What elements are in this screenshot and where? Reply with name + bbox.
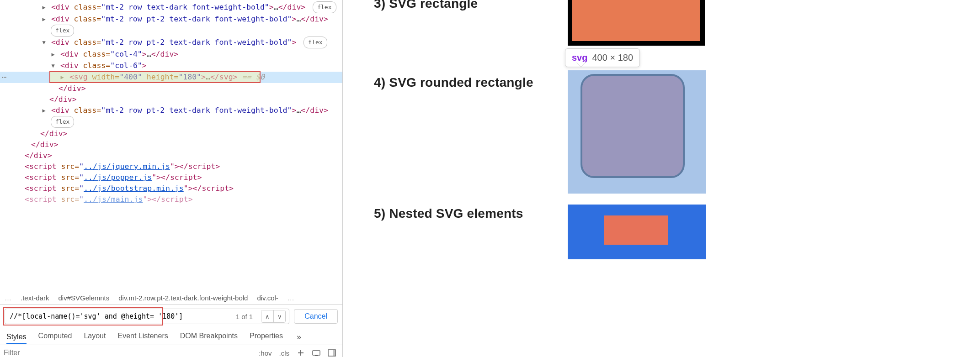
dom-node-close[interactable]: </div> [0, 94, 342, 105]
dom-node-script[interactable]: <script src="../js/main.js"></script> [0, 194, 342, 205]
flex-badge[interactable]: flex [51, 116, 74, 128]
tab-dom-breakpoints[interactable]: DOM Breakpoints [180, 332, 238, 342]
script-link[interactable]: ../js/bootstrap.min.js [84, 184, 184, 193]
tab-properties[interactable]: Properties [250, 332, 283, 342]
dom-tree[interactable]: ▶ <div class="mt-2 row text-dark font-we… [0, 0, 342, 291]
tabs-overflow-icon[interactable]: » [297, 332, 301, 342]
script-link[interactable]: ../js/main.js [84, 195, 143, 204]
dom-node-close[interactable]: </div> [0, 150, 342, 161]
element-tooltip: svg400 × 180 [565, 48, 640, 67]
tab-styles[interactable]: Styles [6, 333, 27, 344]
breadcrumb-overflow-right[interactable]: … [288, 294, 294, 302]
section-title-3: 3) SVG rectangle [374, 0, 478, 11]
svg-rect-3 [333, 350, 336, 356]
svg-rect-0 [313, 351, 320, 355]
svg-rect-1 [315, 355, 318, 356]
search-cancel-button[interactable]: Cancel [294, 309, 338, 324]
script-link[interactable]: ../js/jquery.min.js [84, 162, 170, 171]
flex-badge[interactable]: flex [313, 1, 336, 13]
devtools-panel: ▶ <div class="mt-2 row text-dark font-we… [0, 0, 343, 357]
expand-arrow-icon[interactable]: ▶ [59, 72, 65, 83]
computed-styles-icon[interactable] [312, 349, 320, 357]
styles-tabs: Styles Computed Layout Event Listeners D… [0, 328, 342, 345]
dom-node[interactable]: ▶ <div class="mt-2 row pt-2 text-dark fo… [0, 105, 342, 116]
expand-arrow-icon[interactable]: ▶ [41, 2, 47, 13]
dom-node-selected[interactable]: ⋯ ▶ <svg width="400" height="180">…</svg… [0, 72, 342, 83]
flex-badge[interactable]: flex [51, 25, 74, 37]
dom-node[interactable]: ▶ <div class="mt-2 row text-dark font-we… [0, 2, 342, 14]
styles-filter-input[interactable] [4, 349, 72, 357]
tooltip-dimensions: 400 × 180 [592, 52, 633, 63]
dom-node[interactable]: ▼ <div class="col-6"> [0, 60, 342, 72]
styles-toolbar: :hov .cls [0, 345, 342, 357]
collapse-arrow-icon[interactable]: ▼ [41, 37, 47, 48]
dom-node-script[interactable]: <script src="../js/jquery.min.js"></scri… [0, 161, 342, 172]
section-title-4: 4) SVG rounded rectangle [374, 75, 533, 90]
dom-breadcrumb[interactable]: … .text-dark div#SVGelemnts div.mt-2.row… [0, 291, 342, 305]
toggle-sidebar-icon[interactable] [328, 349, 336, 357]
page-preview: 3) SVG rectangle svg400 × 180 4) SVG rou… [370, 0, 980, 357]
expand-arrow-icon[interactable]: ▶ [50, 49, 56, 60]
dom-node[interactable]: ▶ <div class="col-4">…</div> [0, 49, 342, 60]
breadcrumb-item[interactable]: .text-dark [21, 294, 49, 302]
dom-node-script[interactable]: <script src="../js/popper.js"></script> [0, 172, 342, 183]
new-style-rule-icon[interactable] [297, 349, 305, 357]
tab-event-listeners[interactable]: Event Listeners [117, 332, 168, 342]
search-next-button[interactable]: ∨ [273, 310, 285, 322]
dom-node[interactable]: ▶ <div class="mt-2 row pt-2 text-dark fo… [0, 14, 342, 25]
hov-toggle[interactable]: :hov [259, 349, 272, 357]
svg-rectangle-demo [568, 0, 705, 46]
expand-arrow-icon[interactable]: ▶ [41, 105, 47, 116]
collapse-arrow-icon[interactable]: ▼ [50, 60, 56, 71]
breadcrumb-overflow-left[interactable]: … [5, 294, 11, 302]
cls-toggle[interactable]: .cls [279, 349, 290, 357]
section-title-5: 5) Nested SVG elements [374, 206, 523, 221]
breadcrumb-item[interactable]: div#SVGelemnts [59, 294, 110, 302]
search-result-count: 1 of 1 [236, 313, 253, 320]
expand-arrow-icon[interactable]: ▶ [41, 14, 47, 25]
flex-badge[interactable]: flex [304, 37, 327, 48]
dom-node-close[interactable]: </div> [0, 128, 342, 139]
flex-badge-row: flex [0, 25, 342, 37]
more-actions-icon[interactable]: ⋯ [2, 72, 8, 83]
dom-search-bar: 1 of 1 ∧ ∨ Cancel [0, 305, 342, 328]
dom-node-script[interactable]: <script src="../js/bootstrap.min.js"></s… [0, 183, 342, 194]
breadcrumb-item[interactable]: div.mt-2.row.pt-2.text-dark.font-weight-… [118, 294, 248, 302]
dom-node-close[interactable]: </div> [0, 83, 342, 94]
svg-rounded-demo [568, 70, 706, 194]
flex-badge-row: flex [0, 116, 342, 128]
dom-node-close[interactable]: </div> [0, 139, 342, 150]
tab-layout[interactable]: Layout [84, 332, 106, 342]
script-link[interactable]: ../js/popper.js [84, 173, 152, 182]
breadcrumb-item[interactable]: div.col- [257, 294, 278, 302]
tooltip-tag: svg [572, 52, 587, 63]
tab-computed[interactable]: Computed [38, 332, 72, 342]
dom-node[interactable]: ▼ <div class="mt-2 row pt-2 text-dark fo… [0, 37, 342, 49]
search-prev-button[interactable]: ∧ [261, 310, 273, 322]
svg-nested-demo [568, 205, 706, 259]
